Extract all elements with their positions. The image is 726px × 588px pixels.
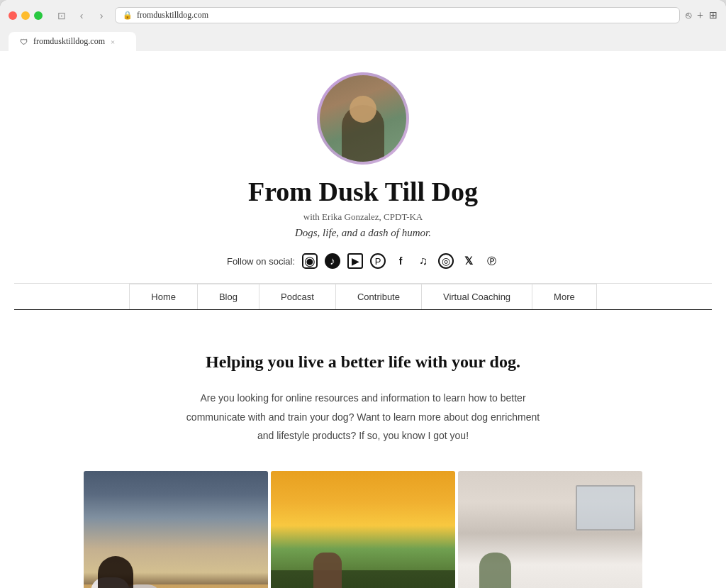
husky-figure-2 <box>123 584 162 588</box>
patreon-icon[interactable]: P <box>370 253 386 269</box>
site-subtitle: with Erika Gonzalez, CPDT-KA <box>14 211 712 223</box>
music-icon[interactable]: ♫ <box>415 253 431 269</box>
hero-body: Are you looking for online resources and… <box>179 389 547 445</box>
site-nav: Home Blog Podcast Contribute Virtual Coa… <box>14 283 712 310</box>
url-text: fromdusktilldog.com <box>137 10 208 21</box>
close-button[interactable] <box>9 11 17 20</box>
husky-figure-1 <box>91 577 130 588</box>
browser-chrome: ⊡ ‹ › 🔒 fromdusktilldog.com ⎋ + ⊞ 🛡 from… <box>0 0 726 51</box>
share-icon[interactable]: ⎋ <box>686 10 691 21</box>
main-content: Helping you live a better life with your… <box>0 324 726 588</box>
tab-title: fromdusktilldog.com <box>33 36 105 47</box>
browser-titlebar: ⊡ ‹ › 🔒 fromdusktilldog.com ⎋ + ⊞ <box>9 7 717 23</box>
nav-inner: Home Blog Podcast Contribute Virtual Coa… <box>129 284 596 309</box>
social-bar: Follow on social: ◉ ♪ ▶ P f ♫ ◎ 𝕏 ℗ <box>14 253 712 269</box>
browser-controls: ⊡ ‹ › <box>54 8 109 23</box>
forward-button[interactable]: › <box>94 8 109 23</box>
social-label: Follow on social: <box>227 256 295 267</box>
avatar-ring <box>317 72 409 165</box>
traffic-lights <box>9 11 43 20</box>
avatar-image <box>320 75 406 162</box>
photo-beach-huskies <box>84 471 268 588</box>
avatar-container <box>317 72 409 165</box>
minimize-button[interactable] <box>21 11 30 20</box>
fullscreen-button[interactable] <box>34 11 43 20</box>
nav-item-blog[interactable]: Blog <box>198 284 259 309</box>
tiktok-icon[interactable]: ♪ <box>325 253 340 269</box>
hero-heading: Helping you live a better life with your… <box>14 353 712 372</box>
nav-item-home[interactable]: Home <box>130 284 198 309</box>
sidebar-toggle[interactable]: ⊡ <box>54 8 69 23</box>
active-tab[interactable]: 🛡 fromdusktilldog.com × <box>9 32 136 51</box>
grid-icon[interactable]: ⊞ <box>709 9 717 21</box>
browser-window: ⊡ ‹ › 🔒 fromdusktilldog.com ⎋ + ⊞ 🛡 from… <box>0 0 726 588</box>
facebook-icon[interactable]: f <box>393 253 408 269</box>
tab-close-button[interactable]: × <box>111 38 115 46</box>
new-tab-icon[interactable]: + <box>697 9 703 22</box>
twitter-icon[interactable]: 𝕏 <box>461 253 476 269</box>
nav-item-contribute[interactable]: Contribute <box>336 284 422 309</box>
tab-favicon: 🛡 <box>20 38 28 46</box>
site-title: From Dusk Till Dog <box>14 176 712 207</box>
tab-bar: 🛡 fromdusktilldog.com × <box>9 32 717 51</box>
nav-item-podcast[interactable]: Podcast <box>259 284 336 309</box>
photo-grid <box>14 471 712 588</box>
site-header: From Dusk Till Dog with Erika Gonzalez, … <box>0 51 726 324</box>
spotify-icon[interactable]: ◎ <box>438 253 454 269</box>
back-button[interactable]: ‹ <box>74 8 89 23</box>
site-tagline: Dogs, life, and a dash of humor. <box>14 227 712 239</box>
browser-actions: ⎋ + ⊞ <box>686 9 717 22</box>
nav-item-virtual-coaching[interactable]: Virtual Coaching <box>422 284 532 309</box>
nav-item-more[interactable]: More <box>532 284 596 309</box>
address-bar[interactable]: 🔒 fromdusktilldog.com <box>115 7 680 23</box>
pinterest-icon[interactable]: ℗ <box>484 253 499 269</box>
lock-icon: 🔒 <box>123 11 133 20</box>
photo-dogs-field <box>271 471 455 588</box>
youtube-icon[interactable]: ▶ <box>347 253 363 269</box>
page-content: From Dusk Till Dog with Erika Gonzalez, … <box>0 51 726 588</box>
social-icons: ◉ ♪ ▶ P f ♫ ◎ 𝕏 ℗ <box>302 253 499 269</box>
photo-woman-dog-indoor <box>458 471 642 588</box>
instagram-icon[interactable]: ◉ <box>302 253 318 269</box>
